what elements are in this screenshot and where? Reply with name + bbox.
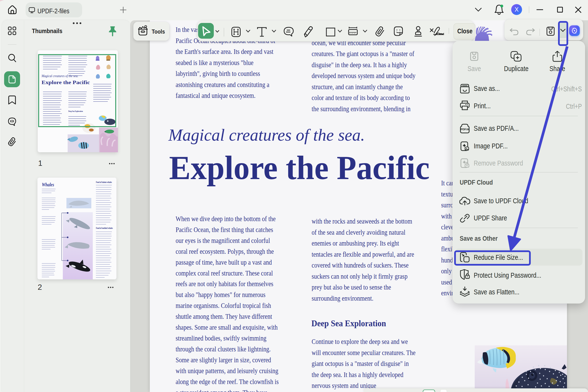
svg-text:Food of toothed whales: Food of toothed whales <box>96 227 113 229</box>
svg-text:Whales: Whales <box>42 182 54 188</box>
svg-text:PDF/A: PDF/A <box>461 128 469 131</box>
svg-text:Food of baleen whales: Food of baleen whales <box>96 181 112 184</box>
